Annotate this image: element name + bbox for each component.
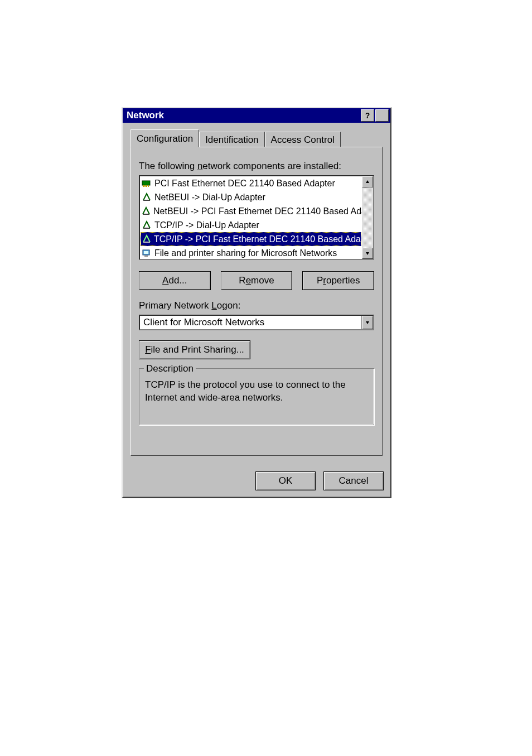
primary-logon-dropdown[interactable]: Client for Microsoft Networks (139, 315, 374, 330)
dropdown-value: Client for Microsoft Networks (140, 317, 361, 328)
protocol-icon (141, 192, 152, 203)
button-label: Add... (162, 275, 187, 286)
list-item[interactable]: PCI Fast Ethernet DEC 21140 Based Adapte… (140, 176, 362, 190)
tab-strip: Configuration Identification Access Cont… (130, 129, 383, 147)
list-item-label: NetBEUI -> PCI Fast Ethernet DEC 21140 B… (153, 206, 374, 216)
list-item[interactable]: TCP/IP -> PCI Fast Ethernet DEC 21140 Ba… (141, 232, 361, 246)
installed-components-label: The following network components are ins… (139, 161, 374, 172)
svg-rect-4 (148, 185, 149, 187)
dropdown-button[interactable] (361, 316, 373, 329)
tab-configuration[interactable]: Configuration (130, 129, 199, 147)
listbox-items: PCI Fast Ethernet DEC 21140 Based Adapte… (140, 176, 362, 259)
fps-row: File and Print Sharing... (139, 340, 374, 359)
protocol-icon (141, 206, 151, 217)
dialog-body: Configuration Identification Access Cont… (123, 123, 390, 464)
listbox-scrollbar[interactable] (362, 176, 373, 259)
button-label: Remove (239, 275, 274, 286)
file-print-sharing-button[interactable]: File and Print Sharing... (139, 340, 250, 359)
dialog-footer: OK Cancel (123, 464, 390, 497)
svg-rect-11 (144, 256, 148, 257)
svg-marker-12 (366, 180, 369, 183)
description-text: TCP/IP is the protocol you use to connec… (145, 379, 368, 405)
button-label: Cancel (339, 475, 369, 487)
add-button[interactable]: Add... (139, 271, 211, 290)
tab-label: Identification (205, 134, 258, 145)
svg-rect-2 (144, 185, 146, 187)
tab-identification[interactable]: Identification (199, 132, 264, 148)
description-group: Description TCP/IP is the protocol you u… (139, 368, 374, 425)
list-item-label: File and printer sharing for Microsoft N… (154, 248, 337, 258)
tab-access-control[interactable]: Access Control (265, 132, 341, 148)
svg-rect-1 (143, 185, 144, 187)
component-button-row: Add... Remove Properties (139, 271, 374, 290)
list-item-label: TCP/IP -> PCI Fast Ethernet DEC 21140 Ba… (154, 234, 374, 244)
list-item-label: PCI Fast Ethernet DEC 21140 Based Adapte… (154, 179, 335, 189)
chevron-down-icon (365, 320, 370, 325)
list-item-label: NetBEUI -> Dial-Up Adapter (154, 192, 265, 203)
ok-button[interactable]: OK (255, 471, 316, 490)
adapter-icon (141, 178, 152, 189)
remove-button[interactable]: Remove (221, 271, 293, 290)
tab-label: Configuration (137, 133, 193, 144)
protocol-icon (141, 220, 152, 231)
svg-marker-13 (366, 252, 369, 255)
help-icon: ? (365, 111, 370, 120)
svg-rect-0 (142, 181, 150, 185)
window-title: Network (124, 110, 360, 121)
svg-rect-3 (146, 185, 147, 187)
button-label: File and Print Sharing... (145, 344, 244, 355)
list-item[interactable]: TCP/IP -> Dial-Up Adapter (140, 218, 362, 232)
svg-marker-14 (366, 321, 369, 324)
tab-page-configuration: The following network components are ins… (130, 147, 383, 456)
tab-label: Access Control (271, 134, 335, 145)
protocol-icon (142, 234, 152, 245)
group-legend: Description (144, 363, 196, 374)
close-button[interactable] (375, 109, 389, 122)
chevron-up-icon (365, 180, 370, 184)
chevron-down-icon (365, 251, 370, 256)
list-item[interactable]: NetBEUI -> Dial-Up Adapter (140, 190, 362, 204)
list-item[interactable]: NetBEUI -> PCI Fast Ethernet DEC 21140 B… (140, 204, 362, 218)
scroll-down-button[interactable] (362, 248, 373, 259)
network-dialog: Network ? Configuration Identification A… (122, 107, 391, 498)
cancel-button[interactable]: Cancel (323, 471, 384, 490)
properties-button[interactable]: Properties (302, 271, 374, 290)
title-bar: Network ? (123, 108, 390, 123)
help-button[interactable]: ? (361, 109, 374, 122)
scroll-up-button[interactable] (362, 176, 373, 187)
primary-logon-label: Primary Network Logon: (139, 300, 374, 311)
list-item[interactable]: File and printer sharing for Microsoft N… (140, 246, 362, 260)
button-label: Properties (317, 275, 360, 286)
service-icon (141, 248, 152, 259)
components-listbox[interactable]: PCI Fast Ethernet DEC 21140 Based Adapte… (139, 175, 374, 260)
button-label: OK (279, 475, 293, 487)
svg-rect-10 (144, 251, 148, 254)
list-item-label: TCP/IP -> Dial-Up Adapter (154, 220, 259, 230)
